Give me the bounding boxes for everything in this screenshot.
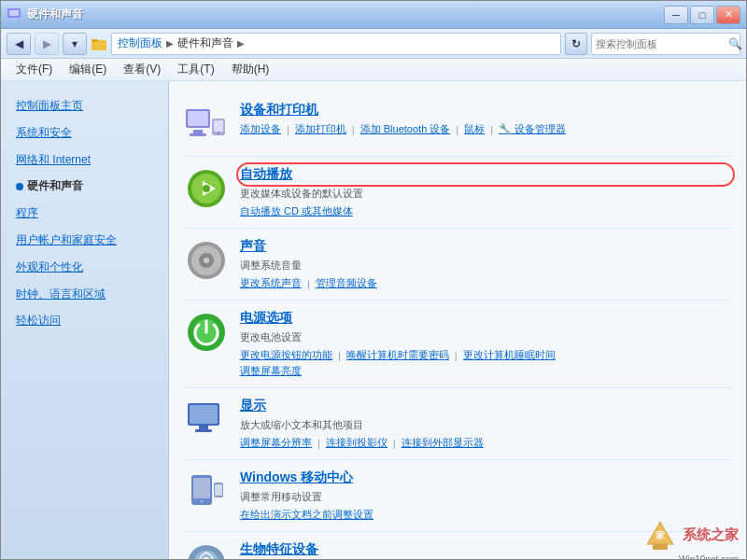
autoplay-icon bbox=[184, 166, 229, 211]
menu-tools[interactable]: 工具(T) bbox=[170, 60, 221, 79]
display-icon bbox=[184, 398, 229, 442]
watermark-text: 系统之家 bbox=[683, 526, 739, 544]
back-button[interactable]: ◀ bbox=[7, 33, 31, 55]
link-mouse[interactable]: 鼠标 bbox=[464, 122, 485, 136]
power-title[interactable]: 电源选项 bbox=[240, 310, 731, 327]
watermark-logo: 家 bbox=[643, 518, 677, 552]
search-input[interactable] bbox=[596, 38, 725, 49]
svg-rect-7 bbox=[190, 133, 206, 136]
autoplay-subtitle: 更改媒体或设备的默认设置 bbox=[240, 187, 731, 201]
link-manage-audio[interactable]: 管理音频设备 bbox=[316, 276, 377, 290]
dropdown-button[interactable]: ▾ bbox=[63, 33, 87, 55]
breadcrumb-controlpanel[interactable]: 控制面板 bbox=[118, 35, 162, 51]
sep-display1: | bbox=[317, 438, 320, 449]
display-subtitle: 放大或缩小文本和其他项目 bbox=[240, 418, 731, 432]
menu-help[interactable]: 帮助(H) bbox=[224, 60, 277, 79]
link-sleep-time[interactable]: 更改计算机睡眠时间 bbox=[463, 348, 556, 362]
svg-rect-6 bbox=[193, 130, 203, 133]
menu-edit[interactable]: 编辑(E) bbox=[62, 60, 114, 79]
link-resolution[interactable]: 调整屏幕分辨率 bbox=[240, 436, 312, 450]
title-buttons: ─ □ ✕ bbox=[664, 6, 740, 24]
sidebar-item-security[interactable]: 系统和安全 bbox=[1, 119, 168, 147]
power-subtitle: 更改电池设置 bbox=[240, 330, 731, 344]
section-sound: 声音 调整系统音量 更改系统声音 | 管理音频设备 bbox=[184, 229, 731, 301]
section-autoplay: 自动播放 更改媒体或设备的默认设置 自动播放 CD 或其他媒体 bbox=[184, 157, 731, 229]
close-button[interactable]: ✕ bbox=[716, 6, 740, 24]
sound-title[interactable]: 声音 bbox=[240, 238, 731, 255]
sidebar-item-home[interactable]: 控制面板主页 bbox=[1, 92, 168, 119]
svg-rect-24 bbox=[195, 429, 212, 432]
power-body: 电源选项 更改电池设置 更改电源按钮的功能 | 唤醒计算机时需要密码 | 更改计… bbox=[240, 310, 731, 378]
svg-point-10 bbox=[218, 133, 220, 135]
bio-icon bbox=[184, 541, 229, 559]
title-bar-left: 硬件和声音 bbox=[7, 7, 83, 22]
sep-sound: | bbox=[307, 278, 310, 289]
svg-rect-27 bbox=[193, 478, 210, 498]
mobile-icon bbox=[184, 469, 229, 514]
devices-title[interactable]: 设备和打印机 bbox=[240, 102, 731, 119]
sidebar-item-programs[interactable]: 程序 bbox=[1, 200, 168, 227]
link-projector[interactable]: 连接到投影仪 bbox=[326, 436, 388, 450]
link-power-button[interactable]: 更改电源按钮的功能 bbox=[240, 348, 332, 362]
sidebar: 控制面板主页 系统和安全 网络和 Internet 硬件和声音 程序 用户帐户和… bbox=[1, 81, 169, 559]
svg-point-14 bbox=[203, 185, 210, 192]
link-presentation[interactable]: 在给出演示文档之前调整设置 bbox=[240, 508, 374, 522]
autoplay-body: 自动播放 更改媒体或设备的默认设置 自动播放 CD 或其他媒体 bbox=[240, 166, 731, 218]
sep4: | bbox=[490, 124, 493, 135]
svg-point-18 bbox=[204, 258, 209, 263]
autoplay-title[interactable]: 自动播放 bbox=[240, 166, 731, 183]
menu-bar: 文件(F) 编辑(E) 查看(V) 工具(T) 帮助(H) bbox=[1, 59, 746, 81]
link-brightness[interactable]: 调整屏幕亮度 bbox=[240, 364, 302, 378]
mobile-subtitle: 调整常用移动设置 bbox=[240, 490, 731, 504]
sound-body: 声音 调整系统音量 更改系统声音 | 管理音频设备 bbox=[240, 238, 731, 290]
sep3: | bbox=[456, 124, 458, 135]
power-icon bbox=[184, 310, 229, 355]
forward-button[interactable]: ▶ bbox=[35, 33, 59, 55]
sidebar-item-accessibility[interactable]: 轻松访问 bbox=[1, 307, 168, 334]
link-add-printer[interactable]: 添加打印机 bbox=[295, 122, 346, 136]
svg-rect-22 bbox=[190, 405, 218, 424]
devices-icon bbox=[184, 102, 229, 147]
refresh-button[interactable]: ↻ bbox=[565, 33, 587, 55]
link-autoplay-cd[interactable]: 自动播放 CD 或其他媒体 bbox=[240, 204, 353, 218]
maximize-button[interactable]: □ bbox=[690, 6, 714, 24]
breadcrumb-bar: 控制面板 ▶ 硬件和声音 ▶ bbox=[111, 33, 561, 55]
link-ext-display[interactable]: 连接到外部显示器 bbox=[402, 436, 484, 450]
content-wrapper: 控制面板主页 系统和安全 网络和 Internet 硬件和声音 程序 用户帐户和… bbox=[1, 81, 746, 559]
content-area: 设备和打印机 添加设备 | 添加打印机 | 添加 Bluetooth 设备 | … bbox=[169, 81, 746, 559]
sound-icon bbox=[184, 238, 229, 283]
display-title[interactable]: 显示 bbox=[240, 398, 731, 414]
power-links2: 调整屏幕亮度 bbox=[240, 364, 731, 378]
sidebar-item-network[interactable]: 网络和 Internet bbox=[1, 147, 168, 174]
sidebar-item-hardware[interactable]: 硬件和声音 bbox=[1, 173, 168, 200]
search-bar: 🔍 bbox=[591, 33, 740, 55]
main-window: 硬件和声音 ─ □ ✕ ◀ ▶ ▾ 控制面板 ▶ 硬件和声音 ▶ ↻ 🔍 bbox=[0, 0, 747, 560]
title-bar: 硬件和声音 ─ □ ✕ bbox=[1, 1, 746, 29]
menu-file[interactable]: 文件(F) bbox=[8, 60, 60, 79]
menu-view[interactable]: 查看(V) bbox=[116, 60, 168, 79]
watermark-url: Win10net.com bbox=[679, 554, 739, 559]
power-links: 更改电源按钮的功能 | 唤醒计算机时需要密码 | 更改计算机睡眠时间 bbox=[240, 348, 731, 362]
minimize-button[interactable]: ─ bbox=[664, 6, 688, 24]
sidebar-item-clock[interactable]: 时钟、语言和区域 bbox=[1, 281, 168, 308]
window-icon bbox=[7, 7, 21, 22]
active-bullet bbox=[16, 183, 23, 190]
svg-rect-23 bbox=[199, 426, 208, 429]
mobile-body: Windows 移动中心 调整常用移动设置 在给出演示文档之前调整设置 bbox=[240, 469, 731, 522]
sound-links: 更改系统声音 | 管理音频设备 bbox=[240, 276, 731, 290]
link-wake-password[interactable]: 唤醒计算机时需要密码 bbox=[346, 348, 449, 362]
sep2: | bbox=[352, 124, 355, 135]
svg-rect-1 bbox=[9, 10, 19, 16]
sidebar-item-appearance[interactable]: 外观和个性化 bbox=[1, 254, 168, 281]
window-title: 硬件和声音 bbox=[27, 7, 83, 22]
link-device-manager[interactable]: 🔧 设备管理器 bbox=[499, 122, 566, 136]
breadcrumb-end-arrow: ▶ bbox=[237, 38, 245, 49]
folder-icon bbox=[91, 35, 107, 52]
link-change-sound[interactable]: 更改系统声音 bbox=[240, 276, 302, 290]
mobile-title[interactable]: Windows 移动中心 bbox=[240, 469, 731, 486]
link-add-bluetooth[interactable]: 添加 Bluetooth 设备 bbox=[360, 122, 451, 136]
sep-power2: | bbox=[455, 350, 458, 361]
sidebar-item-users[interactable]: 用户帐户和家庭安全 bbox=[1, 227, 168, 254]
search-icon[interactable]: 🔍 bbox=[728, 35, 742, 52]
link-add-device[interactable]: 添加设备 bbox=[240, 122, 281, 136]
